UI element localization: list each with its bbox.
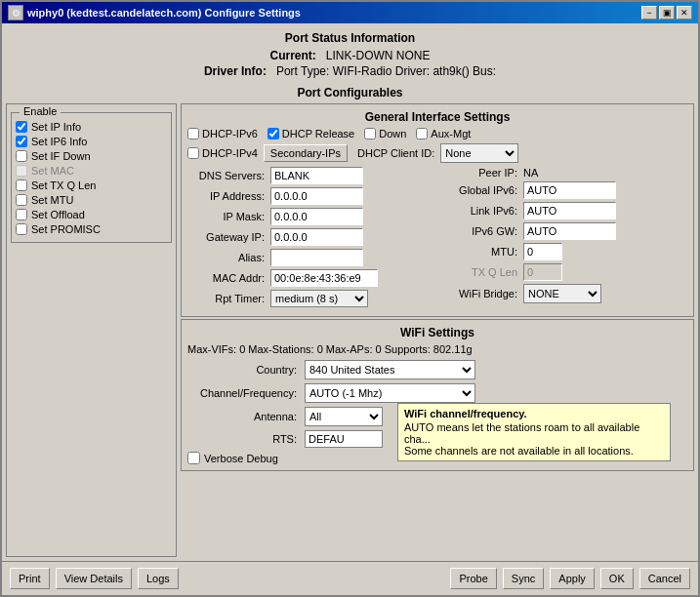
global-ipv6-row: Global IPv6: — [440, 181, 687, 199]
ip-address-input[interactable] — [270, 187, 363, 205]
sync-button[interactable]: Sync — [503, 568, 544, 589]
country-select[interactable]: 840 United States — [305, 360, 475, 379]
mtu-label: MTU: — [440, 246, 523, 258]
ip-mask-input[interactable] — [270, 208, 363, 225]
enable-set-mac-row: Set MAC — [16, 165, 167, 177]
dhcp-client-label: DHCP Client ID: — [357, 147, 434, 159]
dhcp-ipv6-checkbox[interactable] — [187, 128, 199, 139]
title-bar: ⚙ wiphy0 (kedtest.candelatech.com) Confi… — [2, 2, 698, 23]
down-checkbox[interactable] — [364, 128, 376, 139]
driver-label: Driver Info: — [204, 64, 267, 78]
enable-set-offload-row: Set Offload — [16, 209, 167, 220]
set-offload-checkbox[interactable] — [16, 209, 27, 220]
window-content: Port Status Information Current: LINK-DO… — [2, 23, 698, 561]
country-row: Country: 840 United States — [187, 360, 687, 379]
gateway-label: Gateway IP: — [187, 231, 270, 243]
link-ipv6-row: Link IPv6: — [440, 202, 687, 219]
title-bar-left: ⚙ wiphy0 (kedtest.candelatech.com) Confi… — [8, 5, 301, 20]
verbose-debug-label: Verbose Debug — [204, 453, 278, 464]
set-ip6-info-checkbox[interactable] — [16, 136, 27, 147]
set-mtu-checkbox[interactable] — [16, 194, 27, 206]
set-ip-info-checkbox[interactable] — [16, 121, 27, 133]
enable-set-if-down-row: Set IF Down — [16, 150, 167, 162]
wifi-settings-title: WiFi Settings — [187, 326, 687, 339]
logs-button[interactable]: Logs — [138, 568, 179, 589]
set-tx-q-len-checkbox[interactable] — [16, 179, 27, 191]
probe-button[interactable]: Probe — [450, 568, 496, 589]
wifi-bridge-label: WiFi Bridge: — [440, 288, 523, 299]
verbose-debug-checkbox[interactable] — [187, 452, 200, 464]
set-mac-checkbox — [16, 165, 27, 177]
wifi-bridge-row: WiFi Bridge: NONE — [440, 284, 687, 303]
dns-input[interactable] — [270, 167, 363, 184]
tx-q-row: TX Q Len — [440, 263, 687, 281]
ip-mask-row: IP Mask: — [187, 208, 434, 225]
print-button[interactable]: Print — [10, 568, 50, 589]
aux-mgt-checkbox[interactable] — [416, 128, 428, 139]
rts-input[interactable] — [305, 430, 383, 448]
secondary-ips-button[interactable]: Secondary-IPs — [264, 144, 348, 162]
down-label: Down — [379, 128, 406, 139]
dhcp-client-select[interactable]: None — [440, 143, 518, 163]
wifi-bridge-select[interactable]: NONE — [523, 284, 601, 303]
dhcp-ipv4-checkbox[interactable] — [187, 147, 199, 159]
mtu-row: MTU: — [440, 243, 687, 260]
main-window: ⚙ wiphy0 (kedtest.candelatech.com) Confi… — [0, 0, 700, 597]
ipv6-gw-row: IPv6 GW: — [440, 222, 687, 240]
ok-button[interactable]: OK — [600, 568, 634, 589]
left-panel: Enable Set IP Info Set IP6 Info Set I — [6, 103, 177, 557]
tooltip-text: AUTO means let the stations roam to all … — [404, 421, 664, 457]
mac-addr-input[interactable] — [270, 269, 378, 287]
dns-row: DNS Servers: — [187, 167, 434, 184]
cancel-button[interactable]: Cancel — [639, 568, 690, 589]
set-if-down-label: Set IF Down — [31, 150, 91, 162]
gateway-row: Gateway IP: — [187, 228, 434, 246]
channel-tooltip: WiFi channel/frequency. AUTO means let t… — [397, 403, 671, 461]
antenna-label: Antenna: — [187, 411, 305, 422]
global-ipv6-input[interactable] — [523, 181, 616, 199]
port-configurables-title: Port Configurables — [6, 86, 694, 100]
peer-ip-row: Peer IP: NA — [440, 167, 687, 179]
set-promisc-label: Set PROMISC — [31, 223, 101, 235]
view-details-button[interactable]: View Details — [56, 568, 132, 589]
country-label: Country: — [187, 364, 305, 376]
enable-group: Enable Set IP Info Set IP6 Info Set I — [11, 112, 172, 243]
ip-mask-label: IP Mask: — [187, 211, 270, 222]
dhcp-ipv6-check: DHCP-IPv6 — [187, 128, 258, 139]
set-promisc-checkbox[interactable] — [16, 223, 27, 235]
aux-mgt-check: Aux-Mgt — [416, 128, 471, 139]
link-ipv6-input[interactable] — [523, 202, 616, 219]
apply-button[interactable]: Apply — [550, 568, 595, 589]
enable-set-mtu-row: Set MTU — [16, 194, 167, 206]
rpt-timer-select[interactable]: medium (8 s) fast (1s) slow (30s) — [270, 290, 368, 307]
rts-label: RTS: — [187, 433, 305, 445]
channel-select[interactable]: AUTO (-1 Mhz) — [305, 383, 475, 403]
top-checkboxes-row: DHCP-IPv6 DHCP Release Down Aux-Mgt — [187, 128, 687, 139]
form-two-cols: DNS Servers: IP Address: IP Mask: — [187, 167, 687, 310]
left-col: DNS Servers: IP Address: IP Mask: — [187, 167, 434, 310]
ipv6-gw-label: IPv6 GW: — [440, 225, 523, 237]
right-panel: General Interface Settings DHCP-IPv6 DHC… — [181, 103, 694, 557]
tx-q-input — [523, 263, 562, 281]
current-label: Current: — [269, 49, 315, 62]
mtu-input[interactable] — [523, 243, 562, 260]
minimize-button[interactable]: − — [641, 6, 657, 20]
enable-set-ip-info-row: Set IP Info — [16, 121, 167, 133]
ipv6-gw-input[interactable] — [523, 222, 616, 240]
dhcp-ipv4-check: DHCP-IPv4 — [187, 147, 258, 159]
antenna-select[interactable]: All — [305, 407, 383, 426]
peer-ip-label: Peer IP: — [440, 167, 523, 179]
set-mac-label: Set MAC — [31, 165, 74, 177]
dns-label: DNS Servers: — [187, 170, 270, 181]
gateway-input[interactable] — [270, 228, 363, 246]
port-status-current-row: Current: LINK-DOWN NONE — [10, 49, 690, 62]
close-button[interactable]: ✕ — [677, 6, 692, 20]
alias-input[interactable] — [270, 249, 363, 266]
port-status-driver-row: Driver Info: Port Type: WIFI-Radio Drive… — [10, 64, 690, 78]
set-if-down-checkbox[interactable] — [16, 150, 27, 162]
dhcp-ipv4-label: DHCP-IPv4 — [202, 147, 258, 159]
restore-button[interactable]: ▣ — [659, 6, 675, 20]
wifi-stats-line: Max-VIFs: 0 Max-Stations: 0 Max-APs: 0 S… — [187, 343, 687, 355]
set-offload-label: Set Offload — [31, 209, 85, 220]
dhcp-release-checkbox[interactable] — [268, 128, 279, 139]
